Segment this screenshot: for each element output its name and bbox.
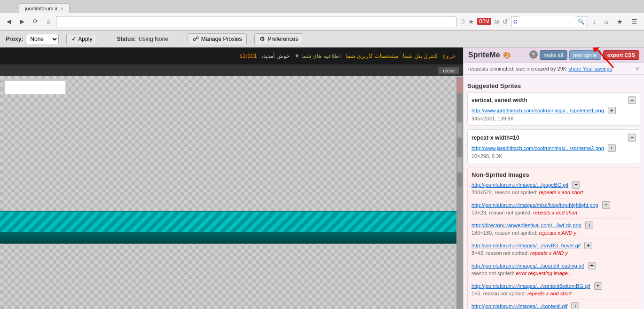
- savings-wrapper: requests eliminated, size increased by 2…: [463, 63, 644, 75]
- close-btn-bar: close: [0, 64, 463, 77]
- sprite-group-2: repeat-x width=10 − http://www.jaredhirs…: [467, 129, 640, 163]
- item-5-reason-prefix: reason not sprited:: [483, 291, 526, 296]
- teal-pattern: [0, 211, 463, 232]
- search-input[interactable]: Google: [519, 16, 576, 27]
- help-button[interactable]: ?: [529, 50, 538, 59]
- nav-link-profile[interactable]: مشخصات کاربری شما: [346, 53, 399, 59]
- no-sign-icon: ⊘: [494, 18, 500, 25]
- item-3-reason-prefix: reason not sprited:: [486, 250, 529, 256]
- suggested-sprites-title: Suggested Sprites: [467, 82, 640, 89]
- tab-label: joomlaforum.ir: [25, 6, 58, 11]
- item-0-plus[interactable]: +: [572, 181, 580, 189]
- item-5-plus[interactable]: +: [594, 282, 602, 290]
- bookmark-icon[interactable]: ★: [468, 18, 474, 25]
- proxy-group: Proxy: None: [6, 34, 59, 44]
- item-6-link[interactable]: http://joomlaforum.ir/images/.../content…: [471, 303, 567, 309]
- item-4-reason: error requesting image ,: [516, 270, 571, 276]
- item-0-link[interactable]: http://joomlaforum.ir/images/.../pageBG.…: [471, 182, 568, 188]
- item-4-plus[interactable]: +: [588, 262, 596, 269]
- non-sprited-item-5: http://joomlaforum.ir/images/.../content…: [471, 282, 636, 300]
- sprite-group-1-plus[interactable]: +: [608, 107, 616, 114]
- browser-tab[interactable]: joomlaforum.ir ×: [19, 3, 70, 13]
- item-3-link[interactable]: http://joomlaforum.ir/images/.../navBG_h…: [471, 243, 581, 248]
- item-2-link[interactable]: http://directory.iranwebfestival.com/...…: [471, 222, 581, 228]
- item-6-plus[interactable]: +: [571, 302, 579, 309]
- sprite-group-1-link-row: http://www.jaredhirsch.com/coolrunnings/…: [471, 107, 636, 114]
- main-content: خروج کنترل پنل شما مشخصات کاربری شما اطل…: [0, 48, 644, 309]
- sprite-group-1-header: vertical, varied width −: [471, 96, 636, 104]
- tab-close-icon[interactable]: ×: [61, 6, 63, 11]
- download-button[interactable]: ↓: [590, 16, 599, 27]
- home-large-button[interactable]: ⌂: [602, 16, 611, 27]
- address-bar[interactable]: joomlaforum.ir: [56, 16, 456, 27]
- manage-proxies-label: Manage Proxies: [201, 36, 242, 42]
- non-sprited-section: Non-Sprited Images http://joomlaforum.ir…: [467, 167, 640, 309]
- item-4-reason-prefix: reason not sprited:: [471, 270, 514, 276]
- sprite-group-1-link[interactable]: http://www.jaredhirsch.com/coolrunnings/…: [471, 108, 604, 113]
- nav-link-exit[interactable]: خروج: [442, 53, 456, 59]
- content-white-box: [5, 80, 66, 95]
- item-0-link-row: http://joomlaforum.ir/images/.../pageBG.…: [471, 181, 636, 189]
- item-2-size: 180×180,: [471, 230, 493, 236]
- item-1-plus[interactable]: +: [602, 201, 610, 209]
- non-sprited-item-0: http://joomlaforum.ir/images/.../pageBG.…: [471, 181, 636, 198]
- forward-button[interactable]: ▶: [17, 16, 27, 27]
- item-2-reason-prefix: reason not sprited:: [495, 230, 537, 236]
- back-button[interactable]: ◀: [4, 16, 14, 27]
- preferences-button[interactable]: ⚙ Preferences: [254, 33, 303, 44]
- close-button[interactable]: close: [439, 67, 459, 74]
- nav-link-panel[interactable]: کنترل پنل شما: [403, 53, 438, 59]
- separator2: [178, 34, 178, 44]
- strip-2: [457, 94, 462, 122]
- item-1-reason-prefix: reason not sprited:: [489, 210, 532, 215]
- page-content-bg: [0, 76, 463, 309]
- sprite-group-2-plus[interactable]: +: [608, 144, 616, 152]
- item-1-link[interactable]: http://joomlaforum.ir/images/misc/blog/t…: [471, 202, 598, 208]
- item-3-reason: repeats x AND y: [530, 250, 568, 256]
- item-3-size: 8×42,: [471, 250, 485, 256]
- nav-link-username: s1r101: [240, 53, 257, 59]
- non-sprited-item-2: http://directory.iranwebfestival.com/...…: [471, 222, 636, 239]
- nav-link-news[interactable]: اطلاعیه های شما ▼: [294, 53, 341, 59]
- reload-button[interactable]: ⟳: [30, 16, 41, 27]
- share-savings-link[interactable]: share Your savings: [568, 66, 612, 71]
- status-value: Using None: [139, 36, 168, 42]
- item-0-meta: 200×522, reason not sprited: repeats x a…: [471, 190, 636, 195]
- right-edge-strips: [456, 77, 463, 309]
- separator: [107, 34, 107, 44]
- new-sprite-button[interactable]: new sprite: [569, 50, 601, 60]
- panel-close-icon[interactable]: ×: [636, 65, 639, 72]
- panel-content[interactable]: Suggested Sprites vertical, varied width…: [463, 75, 644, 309]
- spriteme-title: SpriteMe 🎨: [468, 51, 511, 59]
- moon-icon: ☽: [459, 18, 465, 25]
- non-sprited-item-6: http://joomlaforum.ir/images/.../content…: [471, 302, 636, 309]
- manage-proxies-button[interactable]: ☍ Manage Proxies: [188, 33, 247, 44]
- sprite-group-1-collapse[interactable]: −: [628, 96, 636, 104]
- sprite-group-2-collapse[interactable]: −: [628, 134, 636, 141]
- sprite-group-1-title: vertical, varied width: [471, 97, 527, 103]
- non-sprited-item-1: http://joomlaforum.ir/images/misc/blog/t…: [471, 201, 636, 219]
- apply-button[interactable]: ✓ Apply: [66, 34, 97, 44]
- item-0-reason-prefix: reason not sprited:: [495, 190, 537, 195]
- refresh-small-icon[interactable]: ↺: [503, 18, 508, 25]
- search-icon[interactable]: 🔍: [578, 18, 585, 25]
- menu-button[interactable]: ☰: [628, 16, 640, 27]
- export-css-button[interactable]: export CSS: [603, 50, 639, 60]
- webpage-nav-links: خروج کنترل پنل شما مشخصات کاربری شما اطل…: [240, 53, 456, 59]
- item-3-plus[interactable]: +: [584, 242, 592, 249]
- bbm-icon: BBM: [477, 18, 491, 25]
- item-4-link[interactable]: http://joomlaforum.ir/images/.../searchH…: [471, 263, 584, 269]
- gear-icon: ⚙: [259, 35, 265, 42]
- make-all-button[interactable]: make all: [540, 50, 567, 60]
- teal-decoration: [0, 211, 463, 244]
- spriteme-logo-icon: 🎨: [503, 51, 511, 59]
- apply-label: Apply: [78, 36, 92, 42]
- item-6-link-row: http://joomlaforum.ir/images/.../content…: [471, 302, 636, 309]
- item-2-plus[interactable]: +: [585, 222, 593, 229]
- item-5-link[interactable]: http://joomlaforum.ir/images/.../content…: [471, 283, 590, 289]
- home-button[interactable]: ⌂: [44, 16, 53, 27]
- sprite-group-2-link[interactable]: http://www.jaredhirsch.com/coolrunnings/…: [471, 145, 604, 151]
- sprite-group-2-title: repeat-x width=10: [471, 135, 519, 141]
- proxy-select[interactable]: None: [26, 34, 59, 44]
- bookmark-large-button[interactable]: ★: [614, 16, 626, 27]
